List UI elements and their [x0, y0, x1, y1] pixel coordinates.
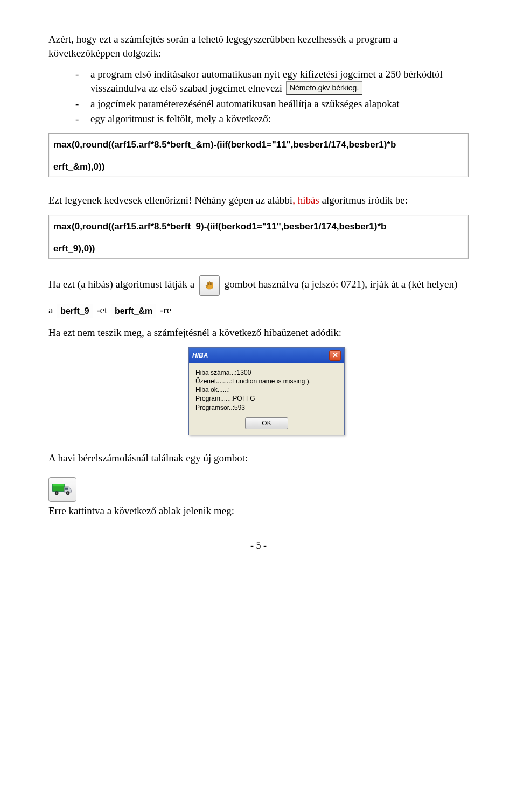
bullet-list: - a program első indításakor automatikus… [48, 67, 469, 125]
dash-icon: - [75, 67, 90, 81]
dialog-line-0: Hiba száma...:1300 [195, 368, 338, 377]
dialog-line-3: Program......:POTFG [195, 394, 338, 403]
formula2-line-a: max(0,round((arf15.arf*8.5*berft_9)-(iif… [53, 221, 386, 232]
instruction-paragraph: Ha ezt (a hibás) algoritmust látják a go… [48, 275, 469, 296]
page-number: - 5 - [48, 539, 469, 552]
bullet-3: - egy algoritmust is feltölt, mely a köv… [75, 112, 469, 126]
svg-point-4 [56, 492, 58, 494]
ok-button[interactable]: OK [245, 417, 288, 429]
warn-b: algoritmus íródik be: [322, 194, 408, 206]
dialog-line-1: Üzenet........:Function name is missing … [195, 377, 338, 386]
close-icon[interactable]: ✕ [329, 350, 341, 361]
jogcim-field[interactable]: Németo.gkv bérkieg. [286, 81, 362, 95]
dash-icon: - [75, 97, 90, 111]
svg-rect-2 [65, 487, 68, 489]
truck-icon [52, 482, 73, 497]
formula2-line-b: erft_9),0)) [53, 243, 464, 255]
warning-paragraph: Ezt legyenek kedvesek ellenőrizni! Néhán… [48, 193, 469, 207]
truck-button[interactable] [48, 477, 76, 502]
formula-box-2[interactable]: max(0,round((arf15.arf*8.5*berft_9)-(iif… [48, 215, 469, 259]
dialog-titlebar: HIBA ✕ [189, 348, 344, 363]
hand-button[interactable] [199, 275, 220, 296]
click-result-paragraph: Erre kattintva a következő ablak jelenik… [48, 504, 469, 518]
warn-a: Ezt legyenek kedvesek ellenőrizni! Néhán… [48, 194, 292, 206]
replace-a: a [48, 304, 55, 316]
bullet-2-text: a jogcímek paraméterezésénél automatikus… [90, 97, 399, 111]
token-berft-9: berft_9 [57, 304, 93, 319]
replace-b: -et [96, 304, 110, 316]
bullet-1: - a program első indításakor automatikus… [75, 67, 469, 96]
hand-icon [205, 281, 214, 290]
dialog-title: HIBA [192, 351, 208, 360]
dialog-line-4: Programsor..:593 [195, 403, 338, 412]
dialog-body: Hiba száma...:1300 Üzenet........:Functi… [189, 363, 344, 435]
formula1-line-a: max(0,round((arf15.arf*8.5*berft_&m)-(ii… [53, 139, 396, 150]
dialog-line-2: Hiba ok......: [195, 386, 338, 394]
warn-red: , hibás [292, 194, 322, 206]
instr-b: gombot használva (a jelszó: 0721), írják… [225, 278, 458, 290]
error-intro: Ha ezt nem teszik meg, a számfejtésnél a… [48, 326, 469, 340]
formula-box-1[interactable]: max(0,round((arf15.arf*8.5*berft_&m)-(ii… [48, 133, 469, 177]
svg-point-6 [67, 492, 69, 494]
instr-a: Ha ezt (a hibás) algoritmust látják a [48, 278, 197, 290]
svg-rect-1 [53, 484, 65, 486]
intro-paragraph: Azért, hogy ezt a számfejtés során a leh… [48, 32, 469, 60]
new-button-paragraph: A havi bérelszámolásnál találnak egy új … [48, 451, 469, 465]
replace-c: -re [160, 304, 171, 316]
bullet-2: - a jogcímek paraméterezésénél automatik… [75, 97, 469, 111]
formula1-line-b: erft_&m),0)) [53, 161, 464, 173]
token-berft-m: berft_&m [111, 304, 156, 319]
error-dialog: HIBA ✕ Hiba száma...:1300 Üzenet........… [188, 347, 345, 435]
bullet-3-text: egy algoritmust is feltölt, mely a követ… [90, 112, 271, 126]
bullet-1-text: a program első indításakor automatikusan… [90, 68, 443, 94]
replace-line: a berft_9 -et berft_&m -re [48, 303, 469, 318]
dash-icon: - [75, 112, 90, 126]
